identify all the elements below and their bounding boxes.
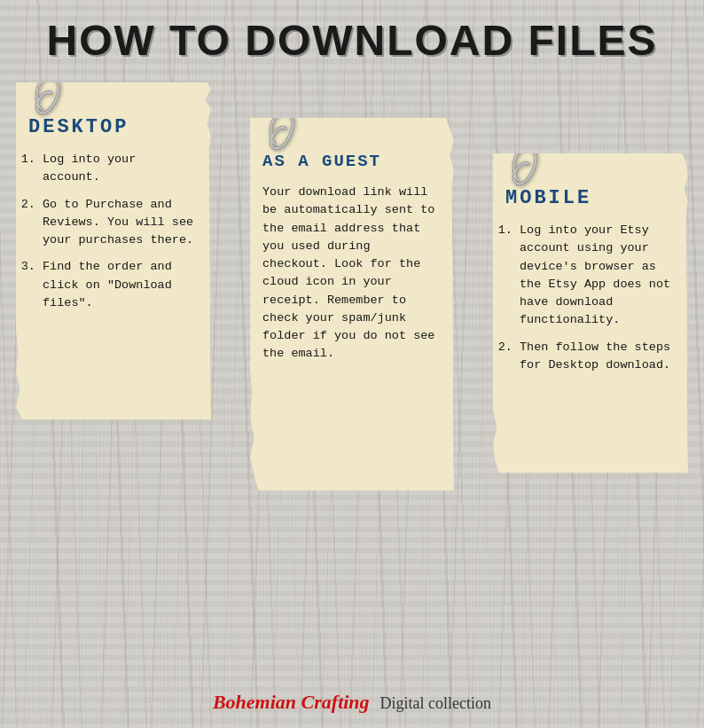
desktop-card-body: Log into your account. Go to Purchase an… bbox=[28, 151, 199, 312]
mobile-steps-list: Log into your Etsy account using your de… bbox=[505, 222, 676, 374]
desktop-step-1: Log into your account. bbox=[43, 151, 199, 187]
footer: Bohemian Crafting Digital collection bbox=[0, 691, 704, 714]
desktop-step-2: Go to Purchase and Reviews. You will see… bbox=[43, 196, 199, 250]
footer-subtitle: Digital collection bbox=[380, 694, 491, 712]
cards-area: DESKTOP Log into your account. Go to Pur… bbox=[0, 74, 704, 490]
desktop-card: DESKTOP Log into your account. Go to Pur… bbox=[16, 82, 211, 419]
mobile-card-body: Log into your Etsy account using your de… bbox=[505, 222, 676, 374]
desktop-step-3: Find the order and click on "Download fi… bbox=[43, 258, 199, 312]
paperclip-mobile bbox=[509, 137, 541, 194]
paperclip-desktop bbox=[32, 67, 64, 123]
paperclip-guest bbox=[266, 102, 298, 159]
page-title: HOW TO DOWNLOAD FILES bbox=[0, 0, 704, 74]
mobile-step-1: Log into your Etsy account using your de… bbox=[520, 222, 676, 330]
mobile-card: MOBILE Log into your Etsy account using … bbox=[493, 153, 688, 473]
guest-card-body: Your download link will be automatically… bbox=[262, 184, 442, 364]
page-container: HOW TO DOWNLOAD FILES DESKTOP Log into y… bbox=[0, 0, 704, 728]
guest-card: AS A GUEST Your download link will be au… bbox=[250, 118, 454, 490]
desktop-steps-list: Log into your account. Go to Purchase an… bbox=[28, 151, 199, 312]
mobile-step-2: Then follow the steps for Desktop downlo… bbox=[520, 339, 676, 375]
footer-brand: Bohemian Crafting bbox=[213, 691, 370, 713]
